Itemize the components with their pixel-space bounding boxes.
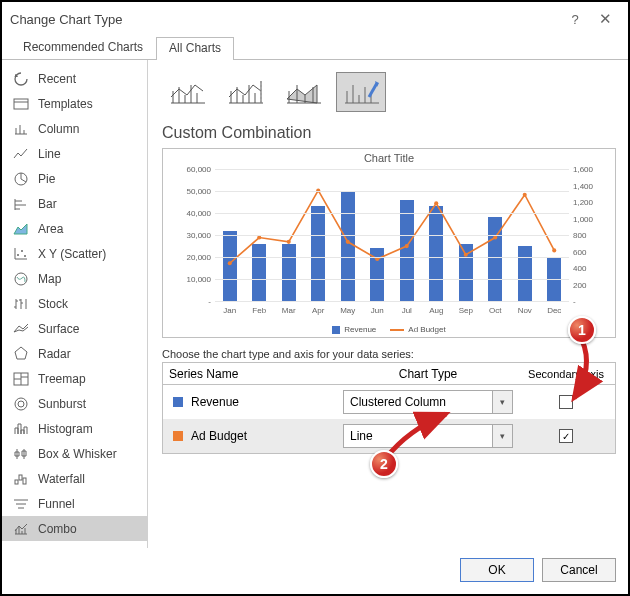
sidebar-item-map[interactable]: Map [2,266,147,291]
subtype-clustered-line-secondary[interactable] [220,72,270,112]
subtype-custom[interactable] [336,72,386,112]
series-row-revenue: Revenue Clustered Column▾ [163,385,615,419]
sidebar-item-combo[interactable]: Combo [2,516,147,541]
sidebar-item-waterfall[interactable]: Waterfall [2,466,147,491]
line-icon [12,145,30,163]
sidebar-item-histogram[interactable]: Histogram [2,416,147,441]
configure-label: Choose the chart type and axis for your … [162,348,616,360]
combo-icon [12,520,30,538]
sidebar-item-recent[interactable]: Recent [2,66,147,91]
svg-rect-0 [14,99,28,109]
sidebar-item-bar[interactable]: Bar [2,191,147,216]
annotation-badge-1: 1 [568,316,596,344]
sidebar-item-stock[interactable]: Stock [2,291,147,316]
svg-point-8 [18,401,24,407]
bar-icon [12,195,30,213]
chart-type-select-adbudget[interactable]: Line▾ [343,424,513,448]
combo-subtype-title: Custom Combination [162,124,616,142]
templates-icon [12,95,30,113]
boxwhisker-icon [12,445,30,463]
tab-all-charts[interactable]: All Charts [156,37,234,60]
chevron-down-icon: ▾ [492,425,512,447]
ok-button[interactable]: OK [460,558,534,582]
series-swatch [173,397,183,407]
sunburst-icon [12,395,30,413]
area-icon [12,220,30,238]
funnel-icon [12,495,30,513]
cancel-button[interactable]: Cancel [542,558,616,582]
chart-type-sidebar: Recent Templates Column Line Pie Bar Are… [2,60,148,548]
legend-swatch-revenue [332,326,340,334]
sidebar-item-surface[interactable]: Surface [2,316,147,341]
histogram-icon [12,420,30,438]
sidebar-item-funnel[interactable]: Funnel [2,491,147,516]
pie-icon [12,170,30,188]
subtype-row [162,72,616,112]
sidebar-item-pie[interactable]: Pie [2,166,147,191]
tab-recommended[interactable]: Recommended Charts [10,36,156,59]
subtype-stacked-area-column[interactable] [278,72,328,112]
svg-point-2 [17,254,19,256]
secondary-axis-checkbox-revenue[interactable] [559,395,573,409]
svg-rect-11 [23,478,26,484]
sidebar-item-templates[interactable]: Templates [2,91,147,116]
map-icon [12,270,30,288]
sidebar-item-line[interactable]: Line [2,141,147,166]
svg-point-7 [15,398,27,410]
legend-swatch-adbudget [390,329,404,331]
close-button[interactable]: ✕ [590,4,620,34]
series-swatch [173,431,183,441]
svg-point-4 [24,255,26,257]
dialog-title: Change Chart Type [10,12,123,27]
series-row-adbudget: Ad Budget Line▾ ✓ [163,419,615,453]
sidebar-item-sunburst[interactable]: Sunburst [2,391,147,416]
sidebar-item-treemap[interactable]: Treemap [2,366,147,391]
svg-rect-9 [15,480,18,484]
sidebar-item-boxwhisker[interactable]: Box & Whisker [2,441,147,466]
treemap-icon [12,370,30,388]
scatter-icon [12,245,30,263]
waterfall-icon [12,470,30,488]
annotation-badge-2: 2 [370,450,398,478]
series-table: Series Name Chart Type Secondary Axis Re… [162,362,616,454]
sidebar-item-scatter[interactable]: X Y (Scatter) [2,241,147,266]
surface-icon [12,320,30,338]
secondary-axis-checkbox-adbudget[interactable]: ✓ [559,429,573,443]
chevron-down-icon: ▾ [492,391,512,413]
chart-type-select-revenue[interactable]: Clustered Column▾ [343,390,513,414]
stock-icon [12,295,30,313]
radar-icon [12,345,30,363]
column-icon [12,120,30,138]
svg-point-3 [21,250,23,252]
help-button[interactable]: ? [560,4,590,34]
subtype-clustered-line[interactable] [162,72,212,112]
svg-rect-10 [19,475,22,480]
sidebar-item-column[interactable]: Column [2,116,147,141]
chart-title: Chart Title [163,152,615,164]
chart-preview: Chart Title 60,00050,00040,00030,00020,0… [162,148,616,338]
recent-icon [12,70,30,88]
sidebar-item-radar[interactable]: Radar [2,341,147,366]
sidebar-item-area[interactable]: Area [2,216,147,241]
